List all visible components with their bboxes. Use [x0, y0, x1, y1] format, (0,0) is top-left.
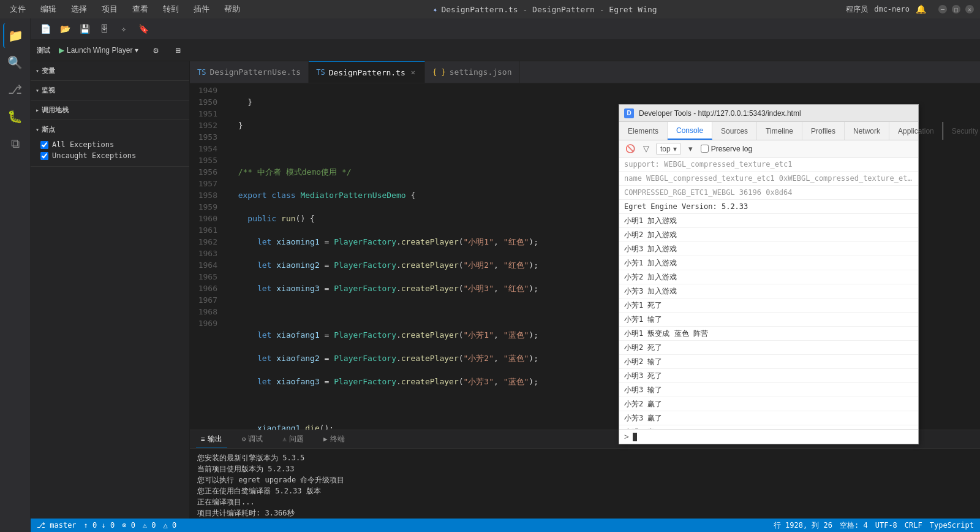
sidebar-variables-section: ▾ 变量	[31, 61, 189, 81]
filter-icon[interactable]: ▽	[640, 143, 652, 155]
console-line: 小明2 死了	[619, 341, 918, 355]
line-ending[interactable]: CRLF	[905, 521, 922, 530]
activity-extensions[interactable]: ⧉	[3, 131, 28, 156]
variables-label: 变量	[42, 66, 55, 75]
menu-select[interactable]: 选择	[67, 2, 91, 16]
new-file-icon[interactable]: 📄	[37, 20, 54, 37]
tab-sources[interactable]: Sources	[712, 122, 757, 140]
preserve-log-checkbox[interactable]	[701, 145, 709, 153]
title-bar-right: 程序员 dmc-nero 🔔 ─ □ ✕	[846, 4, 974, 15]
menu-plugins[interactable]: 插件	[190, 2, 213, 16]
debug-tab[interactable]: ⚙ 调试	[237, 431, 268, 447]
chevron-down-icon: ▾	[36, 67, 39, 74]
tab-settings[interactable]: { } settings.json	[425, 61, 519, 83]
sidebar-callstack-section: ▸ 调用地栈	[31, 101, 189, 120]
tab-designpattern[interactable]: TS DesignPattern.ts ✕	[309, 61, 425, 83]
console-input-row[interactable]: >	[619, 429, 918, 444]
output-label: 输出	[208, 434, 222, 444]
devtools-toolbar: 🚫 ▽ top ▾ ▾ Preserve log	[619, 140, 918, 158]
play-icon: ▶	[59, 46, 64, 55]
preserve-log-label[interactable]: Preserve log	[701, 145, 752, 153]
line-numbers: 1949 1950 1951 1952 1953 1954 1955 1956 …	[190, 83, 224, 430]
activity-explorer[interactable]: 📁	[3, 23, 28, 48]
save-icon[interactable]: 💾	[76, 20, 93, 37]
tab-security[interactable]: Security	[943, 122, 980, 140]
filter-dropdown-icon: ▾	[673, 145, 677, 153]
breakpoints-header[interactable]: ▾ 斯点	[31, 123, 189, 137]
tab-application[interactable]: Application	[889, 122, 943, 140]
activity-search[interactable]: 🔍	[3, 50, 28, 75]
tab-timeline[interactable]: Timeline	[757, 122, 802, 140]
error-count[interactable]: ⊗ 0	[122, 521, 135, 530]
menu-bar[interactable]: 文件 编辑 选择 项目 查看 转到 插件 帮助	[6, 2, 244, 16]
notification-icon[interactable]: 🔔	[916, 4, 926, 14]
debug-extra-icon[interactable]: ⊞	[169, 42, 186, 59]
tab-elements[interactable]: Elements	[619, 122, 668, 140]
output-content: 您安装的最新引擎版本为 5.3.5 当前项目使用版本为 5.2.33 您可以执行…	[190, 449, 980, 519]
devtools-title-bar: D Developer Tools - http://127.0.0.1:534…	[619, 105, 918, 122]
devtools-console-content[interactable]: support: WEBGL_compressed_texture_etc1 n…	[619, 158, 918, 429]
status-bar-right: 行 1928, 列 26 空格: 4 UTF-8 CRLF TypeScript	[774, 520, 974, 531]
warning-count[interactable]: ⚠ 0	[143, 521, 156, 530]
close-button[interactable]: ✕	[965, 5, 974, 13]
menu-help[interactable]: 帮助	[221, 2, 244, 16]
cursor-position[interactable]: 行 1928, 列 26	[774, 520, 832, 531]
maximize-button[interactable]: □	[952, 5, 960, 13]
all-exceptions-checkbox[interactable]	[40, 141, 48, 149]
tab-designpatternuse[interactable]: TS DesignPatternUse.ts	[190, 61, 309, 83]
uncaught-exceptions-checkbox[interactable]	[40, 152, 48, 160]
git-branch[interactable]: ⎇ master	[37, 521, 77, 530]
tab-label: DesignPattern.ts	[329, 68, 405, 77]
tabs-bar: TS DesignPatternUse.ts TS DesignPattern.…	[190, 61, 980, 83]
tab-close-button[interactable]: ✕	[409, 67, 417, 77]
console-line: 小芳1 死了	[619, 298, 918, 313]
save-all-icon[interactable]: 🗄	[96, 20, 113, 37]
sync-icon[interactable]: ↑ 0 ↓ 0	[84, 521, 115, 530]
warning-icon: ⚠	[282, 435, 287, 443]
encoding[interactable]: UTF-8	[875, 521, 897, 530]
console-line: 小明1 叛变成 蓝色 阵营	[619, 327, 918, 341]
language[interactable]: TypeScript	[930, 521, 974, 530]
open-folder-icon[interactable]: 📂	[56, 20, 74, 37]
user-role: 程序员	[846, 4, 868, 15]
breakpoints-list: All Exceptions Uncaught Exceptions	[31, 137, 189, 164]
callstack-header[interactable]: ▸ 调用地栈	[31, 103, 189, 117]
menu-edit[interactable]: 编辑	[37, 2, 60, 16]
menu-file[interactable]: 文件	[6, 2, 29, 16]
output-line: 项目共计编译耗时: 3.366秒	[197, 507, 973, 519]
variables-header[interactable]: ▾ 变量	[31, 64, 189, 78]
output-line: 正在编译项目...	[197, 496, 973, 507]
activity-git[interactable]: ⎇	[3, 77, 28, 102]
tab-label: DesignPatternUse.ts	[209, 67, 301, 77]
settings-icon[interactable]: ⚙	[147, 42, 164, 59]
clear-console-button[interactable]: 🚫	[624, 143, 636, 155]
breakpoint-uncaught[interactable]: Uncaught Exceptions	[40, 150, 179, 161]
menu-goto[interactable]: 转到	[159, 2, 183, 16]
filter-toggle-icon[interactable]: ▾	[685, 143, 697, 155]
tab-label: settings.json	[450, 67, 512, 77]
bookmark-icon[interactable]: 🔖	[135, 20, 152, 37]
menu-view[interactable]: 查看	[129, 2, 152, 16]
console-line: 小芳2 加入游戏	[619, 270, 918, 284]
run-button[interactable]: ▶ Launch Wing Player ▾	[55, 45, 142, 56]
spaces[interactable]: 空格: 4	[840, 520, 868, 531]
console-line: 小明2 输了	[619, 355, 918, 369]
breakpoint-all[interactable]: All Exceptions	[40, 139, 179, 150]
format-icon[interactable]: ✧	[115, 20, 132, 37]
menu-project[interactable]: 项目	[98, 2, 121, 16]
console-line: 小芳1 输了	[619, 313, 918, 327]
activity-debug[interactable]: 🐛	[3, 104, 28, 129]
console-line: name WEBGL_compressed_texture_etc1 0xWEB…	[619, 172, 918, 186]
tab-profiles[interactable]: Profiles	[802, 122, 845, 140]
output-tab[interactable]: ≡ 输出	[196, 431, 227, 447]
monitor-header[interactable]: ▾ 监视	[31, 83, 189, 97]
output-line: 当前项目使用版本为 5.2.33	[197, 463, 973, 474]
output-icon: ≡	[201, 435, 205, 443]
problems-tab[interactable]: ⚠ 问题	[277, 431, 309, 447]
terminal-tab[interactable]: ▶ 终端	[318, 431, 350, 447]
tab-console[interactable]: Console	[668, 122, 712, 140]
tab-network[interactable]: Network	[845, 122, 889, 140]
all-exceptions-label: All Exceptions	[52, 140, 114, 149]
filter-dropdown[interactable]: top ▾	[656, 143, 681, 155]
minimize-button[interactable]: ─	[938, 5, 947, 13]
